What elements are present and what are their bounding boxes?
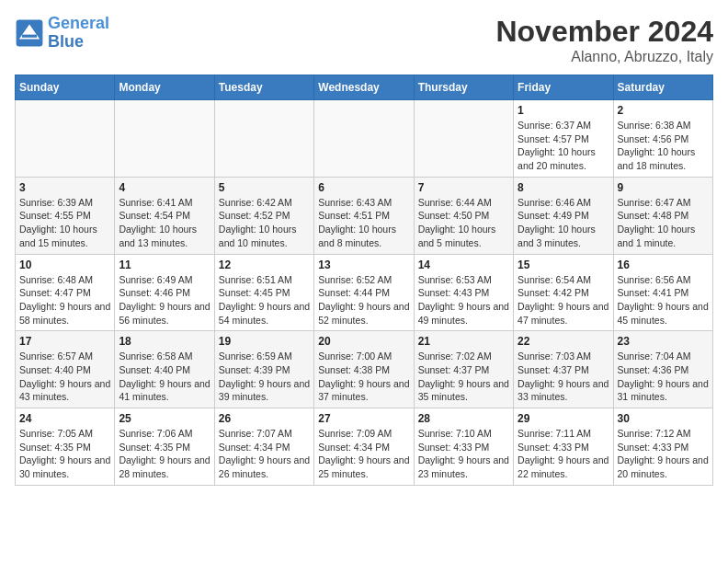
logo-line2: Blue (48, 32, 84, 51)
calendar-cell (214, 100, 313, 178)
calendar-cell: 23Sunrise: 7:04 AM Sunset: 4:36 PM Dayli… (613, 331, 712, 408)
weekday-header-sunday: Sunday (16, 75, 115, 100)
calendar-week-2: 10Sunrise: 6:48 AM Sunset: 4:47 PM Dayli… (16, 254, 713, 331)
logo-line1: General (48, 14, 109, 32)
calendar-cell: 26Sunrise: 7:07 AM Sunset: 4:34 PM Dayli… (214, 408, 313, 486)
day-info: Sunrise: 7:10 AM Sunset: 4:33 PM Dayligh… (418, 427, 509, 481)
day-info: Sunrise: 6:56 AM Sunset: 4:41 PM Dayligh… (618, 273, 709, 327)
day-info: Sunrise: 6:59 AM Sunset: 4:39 PM Dayligh… (219, 350, 310, 404)
calendar-cell (414, 100, 513, 178)
day-number: 10 (19, 259, 110, 271)
day-info: Sunrise: 6:49 AM Sunset: 4:46 PM Dayligh… (119, 273, 210, 327)
calendar-cell: 19Sunrise: 6:59 AM Sunset: 4:39 PM Dayli… (214, 331, 313, 408)
day-info: Sunrise: 6:38 AM Sunset: 4:56 PM Dayligh… (618, 119, 709, 173)
calendar-table: SundayMondayTuesdayWednesdayThursdayFrid… (15, 75, 713, 486)
calendar-cell: 5Sunrise: 6:42 AM Sunset: 4:52 PM Daylig… (214, 177, 313, 254)
weekday-header-wednesday: Wednesday (314, 75, 414, 100)
weekday-header-thursday: Thursday (414, 75, 513, 100)
day-number: 28 (418, 412, 509, 425)
calendar-cell: 14Sunrise: 6:53 AM Sunset: 4:43 PM Dayli… (414, 254, 513, 331)
weekday-header-row: SundayMondayTuesdayWednesdayThursdayFrid… (16, 75, 713, 100)
calendar-cell: 18Sunrise: 6:58 AM Sunset: 4:40 PM Dayli… (115, 331, 214, 408)
day-number: 30 (618, 412, 709, 425)
weekday-header-monday: Monday (115, 75, 214, 100)
day-info: Sunrise: 6:51 AM Sunset: 4:45 PM Dayligh… (219, 273, 310, 327)
location: Alanno, Abruzzo, Italy (495, 49, 713, 65)
day-number: 13 (318, 259, 409, 271)
calendar-cell: 21Sunrise: 7:02 AM Sunset: 4:37 PM Dayli… (414, 331, 513, 408)
day-number: 3 (19, 181, 110, 194)
day-info: Sunrise: 6:53 AM Sunset: 4:43 PM Dayligh… (418, 273, 509, 327)
day-number: 15 (518, 259, 609, 271)
title-area: November 2024 Alanno, Abruzzo, Italy (495, 15, 713, 65)
day-info: Sunrise: 6:42 AM Sunset: 4:52 PM Dayligh… (219, 196, 310, 250)
day-number: 26 (219, 412, 310, 425)
day-number: 25 (119, 412, 210, 425)
weekday-header-tuesday: Tuesday (214, 75, 313, 100)
logo: General Blue (15, 15, 109, 52)
day-number: 27 (318, 412, 409, 425)
day-number: 7 (418, 181, 509, 194)
calendar-cell: 11Sunrise: 6:49 AM Sunset: 4:46 PM Dayli… (115, 254, 214, 331)
day-info: Sunrise: 7:02 AM Sunset: 4:37 PM Dayligh… (418, 350, 509, 404)
calendar-cell: 4Sunrise: 6:41 AM Sunset: 4:54 PM Daylig… (115, 177, 214, 254)
day-number: 5 (219, 181, 310, 194)
day-info: Sunrise: 6:47 AM Sunset: 4:48 PM Dayligh… (618, 196, 709, 250)
day-number: 4 (119, 181, 210, 194)
calendar-cell: 6Sunrise: 6:43 AM Sunset: 4:51 PM Daylig… (314, 177, 414, 254)
calendar-cell (115, 100, 214, 178)
day-info: Sunrise: 7:07 AM Sunset: 4:34 PM Dayligh… (219, 427, 310, 481)
calendar-cell: 27Sunrise: 7:09 AM Sunset: 4:34 PM Dayli… (314, 408, 414, 486)
day-number: 20 (318, 335, 409, 348)
day-info: Sunrise: 7:05 AM Sunset: 4:35 PM Dayligh… (19, 427, 110, 481)
day-info: Sunrise: 7:09 AM Sunset: 4:34 PM Dayligh… (318, 427, 409, 481)
calendar-cell: 16Sunrise: 6:56 AM Sunset: 4:41 PM Dayli… (613, 254, 712, 331)
calendar-cell: 15Sunrise: 6:54 AM Sunset: 4:42 PM Dayli… (514, 254, 613, 331)
calendar-cell: 24Sunrise: 7:05 AM Sunset: 4:35 PM Dayli… (16, 408, 115, 486)
day-number: 22 (518, 335, 609, 348)
day-info: Sunrise: 6:44 AM Sunset: 4:50 PM Dayligh… (418, 196, 509, 250)
day-info: Sunrise: 6:54 AM Sunset: 4:42 PM Dayligh… (518, 273, 609, 327)
day-info: Sunrise: 7:11 AM Sunset: 4:33 PM Dayligh… (518, 427, 609, 481)
day-info: Sunrise: 6:48 AM Sunset: 4:47 PM Dayligh… (19, 273, 110, 327)
calendar-week-3: 17Sunrise: 6:57 AM Sunset: 4:40 PM Dayli… (16, 331, 713, 408)
calendar-cell: 8Sunrise: 6:46 AM Sunset: 4:49 PM Daylig… (514, 177, 613, 254)
calendar-cell: 28Sunrise: 7:10 AM Sunset: 4:33 PM Dayli… (414, 408, 513, 486)
calendar-cell: 9Sunrise: 6:47 AM Sunset: 4:48 PM Daylig… (613, 177, 712, 254)
day-info: Sunrise: 6:58 AM Sunset: 4:40 PM Dayligh… (119, 350, 210, 404)
calendar-cell: 22Sunrise: 7:03 AM Sunset: 4:37 PM Dayli… (514, 331, 613, 408)
calendar-cell: 3Sunrise: 6:39 AM Sunset: 4:55 PM Daylig… (16, 177, 115, 254)
day-number: 11 (119, 259, 210, 271)
page-header: General Blue November 2024 Alanno, Abruz… (15, 15, 713, 65)
weekday-header-friday: Friday (514, 75, 613, 100)
day-number: 6 (318, 181, 409, 194)
calendar-week-0: 1Sunrise: 6:37 AM Sunset: 4:57 PM Daylig… (16, 100, 713, 178)
day-number: 24 (19, 412, 110, 425)
calendar-cell (16, 100, 115, 178)
calendar-cell: 1Sunrise: 6:37 AM Sunset: 4:57 PM Daylig… (514, 100, 613, 178)
day-number: 19 (219, 335, 310, 348)
day-info: Sunrise: 6:57 AM Sunset: 4:40 PM Dayligh… (19, 350, 110, 404)
day-info: Sunrise: 7:06 AM Sunset: 4:35 PM Dayligh… (119, 427, 210, 481)
day-number: 29 (518, 412, 609, 425)
day-number: 1 (518, 104, 609, 117)
day-info: Sunrise: 7:04 AM Sunset: 4:36 PM Dayligh… (618, 350, 709, 404)
calendar-cell: 29Sunrise: 7:11 AM Sunset: 4:33 PM Dayli… (514, 408, 613, 486)
day-number: 23 (618, 335, 709, 348)
day-info: Sunrise: 6:41 AM Sunset: 4:54 PM Dayligh… (119, 196, 210, 250)
calendar-cell: 10Sunrise: 6:48 AM Sunset: 4:47 PM Dayli… (16, 254, 115, 331)
calendar-cell: 25Sunrise: 7:06 AM Sunset: 4:35 PM Dayli… (115, 408, 214, 486)
day-number: 8 (518, 181, 609, 194)
day-info: Sunrise: 7:12 AM Sunset: 4:33 PM Dayligh… (618, 427, 709, 481)
calendar-cell (314, 100, 414, 178)
calendar-cell: 2Sunrise: 6:38 AM Sunset: 4:56 PM Daylig… (613, 100, 712, 178)
day-info: Sunrise: 6:39 AM Sunset: 4:55 PM Dayligh… (19, 196, 110, 250)
svg-rect-2 (22, 34, 37, 37)
calendar-week-4: 24Sunrise: 7:05 AM Sunset: 4:35 PM Dayli… (16, 408, 713, 486)
day-number: 21 (418, 335, 509, 348)
day-info: Sunrise: 6:43 AM Sunset: 4:51 PM Dayligh… (318, 196, 409, 250)
logo-icon (15, 18, 44, 48)
calendar-cell: 13Sunrise: 6:52 AM Sunset: 4:44 PM Dayli… (314, 254, 414, 331)
calendar-week-1: 3Sunrise: 6:39 AM Sunset: 4:55 PM Daylig… (16, 177, 713, 254)
month-title: November 2024 (495, 15, 713, 49)
